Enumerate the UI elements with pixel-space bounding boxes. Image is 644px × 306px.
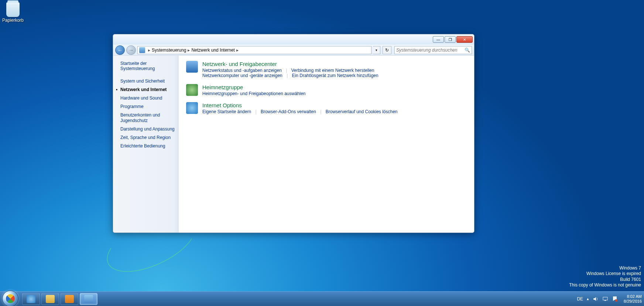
taskbar-control-panel[interactable]: [80, 293, 97, 305]
breadcrumb-current[interactable]: Netzwerk und Internet: [191, 48, 234, 53]
control-panel-icon: [139, 47, 145, 53]
activation-watermark: Windows 7 Windows License is expired Bui…: [569, 265, 641, 288]
maximize-button[interactable]: ❐: [445, 36, 456, 43]
sidebar-item-programs[interactable]: Programme: [120, 102, 175, 111]
titlebar[interactable]: — ❐ ✕: [113, 34, 474, 45]
link-add-wireless-device[interactable]: Ein Drahtlosgerät zum Netzwerk hinzufüge…: [292, 73, 378, 78]
control-panel-home-link[interactable]: Startseite der Systemsteuerung: [120, 61, 175, 71]
maximize-icon: ❐: [449, 38, 452, 42]
show-hidden-icons[interactable]: ▴: [587, 296, 589, 301]
section-internet-options: Internet Options Eigene Startseite änder…: [186, 102, 467, 114]
speaker-icon[interactable]: [593, 296, 599, 302]
watermark-line1: Windows 7: [569, 265, 641, 271]
svg-rect-2: [615, 299, 617, 302]
internet-options-icon[interactable]: [186, 102, 198, 114]
media-player-icon: [65, 295, 74, 303]
search-icon[interactable]: 🔍: [465, 48, 470, 53]
clock[interactable]: 8:02 AM 8/29/2016: [624, 294, 642, 303]
watermark-line2: Windows License is expired: [569, 271, 641, 277]
address-bar[interactable]: ▸ Systemsteuerung ▸ Netzwerk und Interne…: [137, 46, 371, 54]
ie-icon: [27, 295, 35, 303]
section-network-sharing: Netzwerk- und Freigabecenter Netzwerksta…: [186, 61, 467, 78]
arrow-right-icon: →: [129, 47, 134, 53]
chevron-down-icon: ▾: [376, 48, 377, 52]
close-icon: ✕: [463, 38, 466, 42]
link-manage-addons[interactable]: Browser-Add-Ons verwalten: [261, 109, 316, 114]
sidebar-item-user-accounts[interactable]: Benutzerkonten und Jugendschutz: [120, 111, 175, 125]
back-button[interactable]: ←: [115, 45, 125, 55]
address-dropdown[interactable]: ▾: [373, 46, 380, 54]
search-input[interactable]: [396, 48, 465, 53]
breadcrumb-separator: ▸: [188, 48, 190, 53]
recycle-bin[interactable]: Papierkorb: [2, 2, 24, 23]
link-homegroup-options[interactable]: Heimnetzgruppen- und Freigabeoptionen au…: [202, 91, 306, 96]
content-pane: Netzwerk- und Freigabecenter Netzwerksta…: [179, 56, 474, 233]
taskbar-media-player[interactable]: [61, 293, 78, 305]
watermark-line3: Build 7601: [569, 277, 641, 283]
svg-rect-0: [603, 297, 607, 300]
forward-button[interactable]: →: [126, 45, 136, 55]
clock-time: 8:02 AM: [624, 294, 642, 299]
watermark-line4: This copy of Windows is not genuine: [569, 282, 641, 288]
search-box[interactable]: 🔍: [394, 46, 472, 54]
link-network-status[interactable]: Netzwerkstatus und -aufgaben anzeigen: [202, 68, 282, 73]
link-connect-network[interactable]: Verbindung mit einem Netzwerk herstellen: [291, 68, 374, 73]
link-view-network-computers[interactable]: Netzwerkcomputer und -geräte anzeigen: [202, 73, 282, 78]
sidebar-item-clock-language[interactable]: Zeit, Sprache und Region: [120, 133, 175, 142]
network-sharing-title[interactable]: Netzwerk- und Freigabecenter: [202, 61, 277, 67]
svg-rect-1: [604, 300, 606, 301]
arrow-left-icon: ←: [117, 47, 123, 53]
recycle-bin-icon: [6, 2, 20, 17]
internet-options-title[interactable]: Internet Options: [202, 102, 242, 108]
control-panel-window: — ❐ ✕ ← → ▸ Systemsteuerung ▸ Netzwerk u…: [113, 34, 475, 233]
taskbar: DE ▴ 8:02 AM 8/29/2016: [0, 291, 644, 306]
explorer-icon: [46, 295, 55, 303]
system-tray: DE ▴ 8:02 AM 8/29/2016: [577, 294, 642, 303]
breadcrumb-separator: ▸: [236, 48, 239, 53]
sidebar-item-hardware-sound[interactable]: Hardware und Sound: [120, 94, 175, 102]
breadcrumb-separator: ▸: [148, 48, 150, 53]
breadcrumb-root[interactable]: Systemsteuerung: [152, 48, 186, 53]
control-panel-tb-icon: [84, 295, 93, 303]
sidebar-item-ease-of-access[interactable]: Erleichterte Bedienung: [120, 142, 175, 150]
start-button[interactable]: [2, 291, 18, 306]
network-sharing-icon[interactable]: [186, 61, 198, 73]
homegroup-title[interactable]: Heimnetzgruppe: [202, 84, 243, 90]
sidebar: Startseite der Systemsteuerung System un…: [113, 56, 179, 233]
action-center-icon[interactable]: [612, 296, 618, 302]
refresh-icon: ↻: [385, 48, 389, 53]
close-button[interactable]: ✕: [456, 36, 473, 43]
recycle-bin-label: Papierkorb: [2, 18, 24, 23]
sidebar-item-network-internet[interactable]: Netzwerk und Internet: [120, 86, 175, 94]
link-change-homepage[interactable]: Eigene Startseite ändern: [202, 109, 251, 114]
navbar: ← → ▸ Systemsteuerung ▸ Netzwerk und Int…: [113, 45, 474, 56]
sidebar-item-appearance[interactable]: Darstellung und Anpassung: [120, 125, 175, 133]
link-delete-history[interactable]: Browserverlauf und Cookies löschen: [326, 109, 398, 114]
taskbar-file-explorer[interactable]: [41, 293, 59, 305]
taskbar-internet-explorer[interactable]: [22, 293, 40, 305]
refresh-button[interactable]: ↻: [383, 46, 391, 54]
clock-date: 8/29/2016: [624, 299, 642, 304]
language-indicator[interactable]: DE: [577, 296, 583, 302]
network-tray-icon[interactable]: [602, 296, 608, 302]
minimize-button[interactable]: —: [433, 36, 444, 43]
homegroup-icon[interactable]: [186, 84, 198, 96]
sidebar-item-system-security[interactable]: System und Sicherheit: [120, 77, 175, 86]
section-homegroup: Heimnetzgruppe Heimnetzgruppen- und Frei…: [186, 84, 467, 96]
minimize-icon: —: [436, 38, 440, 42]
